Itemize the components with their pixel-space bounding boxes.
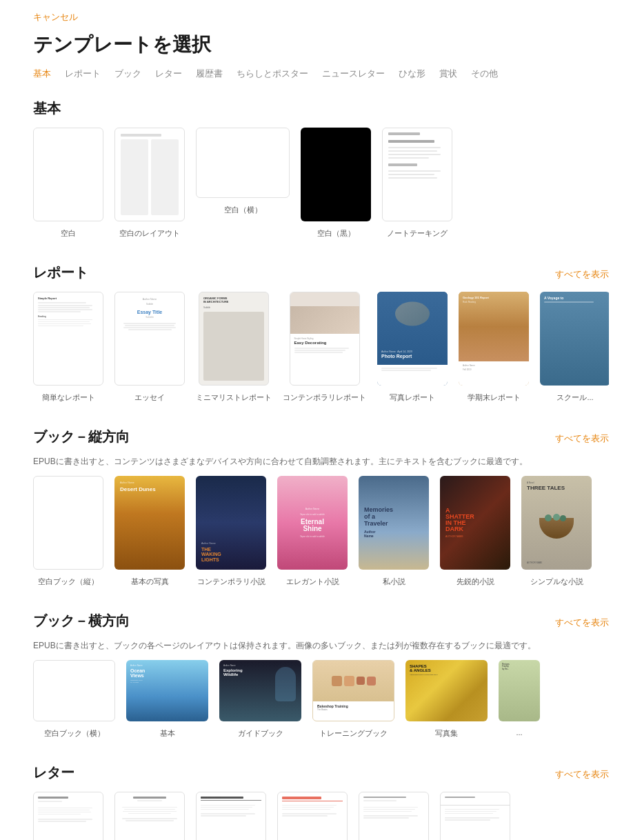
tab-hina[interactable]: ひな形: [399, 68, 425, 80]
template-blank[interactable]: 空白: [33, 128, 103, 239]
book-portrait-subtitle: EPUBに書き出すと、コンテンツはさまざまなデバイスや方向に合わせて自動調整され…: [33, 456, 609, 468]
book-landscape-templates-row: 空白ブック（横） Author Name OceanViews Highligh…: [33, 660, 609, 739]
report-templates-row: Simple Report Heading 簡単なレポート: [33, 292, 609, 403]
nav-tabs: 基本 レポート ブック レター 履歴書 ちらしとポスター ニュースレター ひな形…: [33, 68, 609, 80]
template-book-memories-label: 私小説: [383, 577, 405, 587]
book-landscape-subtitle: EPUBに書き出すと、ブックの各ページのレイアウトは保持されます。画像の多いブッ…: [33, 640, 609, 652]
template-blank-layout-label: 空白のレイアウト: [119, 228, 180, 239]
template-book-empty[interactable]: 空白ブック（縦）: [33, 476, 103, 587]
book-portrait-show-all[interactable]: すべてを表示: [555, 432, 609, 445]
template-essay-label: エッセイ: [134, 392, 165, 403]
template-photo-report[interactable]: Author Name · April 14, 2020 Photo Repor…: [377, 292, 448, 403]
template-photo-report-label: 写真レポート: [390, 392, 435, 403]
template-book-land-shapes-label: 写真集: [435, 728, 458, 739]
section-book-portrait-header: ブック－縦方向 すべてを表示: [33, 428, 609, 446]
template-book-land-recipe[interactable]: RecipesFranklyby Sa... ...: [499, 660, 540, 739]
template-letter-6[interactable]: [440, 792, 510, 840]
section-book-landscape-header: ブック－横方向 すべてを表示: [33, 612, 609, 630]
tab-newsletter[interactable]: ニュースレター: [322, 68, 385, 80]
template-voyage-report[interactable]: A Voyage to スクール...: [540, 292, 609, 403]
template-blank-yoko[interactable]: 空白（横）: [196, 128, 290, 239]
page-container: キャンセル テンプレートを選択 基本 レポート ブック レター 履歴書 ちらしと…: [0, 0, 642, 840]
book-landscape-show-all[interactable]: すべてを表示: [555, 617, 609, 629]
cancel-button[interactable]: キャンセル: [33, 11, 78, 23]
report-show-all[interactable]: すべてを表示: [555, 268, 609, 281]
template-letter-2[interactable]: [114, 792, 185, 840]
section-letter-title: レター: [33, 763, 74, 782]
basic-templates-row: 空白 空白のレイアウト 空白（: [33, 128, 609, 239]
section-book-landscape: ブック－横方向 すべてを表示 EPUBに書き出すと、ブックの各ページのレイアウト…: [33, 612, 609, 739]
template-book-land-shapes[interactable]: SHAPES& ANGLES ARCHITECTURAL PHOTOGRAPHY…: [405, 660, 488, 739]
section-basic: 基本 空白 空白のレイア: [33, 99, 609, 239]
section-report-header: レポート すべてを表示: [33, 263, 609, 282]
template-blank-black-label: 空白（黒）: [317, 228, 355, 239]
template-book-eternal-label: エレガント小説: [286, 577, 339, 587]
section-book-landscape-title: ブック－横方向: [33, 612, 130, 630]
template-letter-4[interactable]: [277, 792, 348, 840]
template-book-land-bakeshop-label: トレーニングブック: [319, 728, 388, 739]
template-blank-layout[interactable]: 空白のレイアウト: [114, 128, 185, 239]
tab-letter[interactable]: レター: [155, 68, 182, 80]
tab-flyer[interactable]: ちらしとポスター: [237, 68, 308, 80]
book-portrait-templates-row: 空白ブック（縦） Author Name Desert Dunes 基本の写真 …: [33, 476, 609, 587]
template-book-land-ocean[interactable]: Author Name OceanViews Highlights FromMy…: [126, 660, 208, 739]
template-blank-label: 空白: [61, 228, 76, 239]
tab-report[interactable]: レポート: [65, 68, 101, 80]
tab-basic[interactable]: 基本: [33, 68, 51, 80]
template-book-land-wildlife-label: ガイドブック: [238, 728, 283, 739]
template-book-shatter[interactable]: ASHATTERIN THEDARK AUTHOR NAME 先鋭的小説: [440, 476, 510, 587]
template-book-land-empty-label: 空白ブック（横）: [44, 728, 105, 739]
section-report-title: レポート: [33, 263, 88, 282]
template-geology-report-label: 学期末レポート: [468, 392, 521, 403]
template-geology-report[interactable]: Geology 101 Report Rock Reading Author N…: [459, 292, 529, 403]
letter-templates-row: SENDER NAME: [33, 792, 609, 840]
template-book-waking-label: コンテンポラリ小説: [197, 577, 265, 587]
template-book-empty-label: 空白ブック（縦）: [38, 577, 99, 587]
template-book-land-wildlife[interactable]: Author Name ExploringWildlife ガイドブック: [219, 660, 301, 739]
template-book-land-recipe-label: ...: [516, 728, 522, 737]
template-book-desert-label: 基本の写真: [131, 577, 169, 587]
template-blank-yoko-label: 空白（横）: [224, 205, 262, 215]
template-book-land-ocean-label: 基本: [160, 728, 175, 739]
template-essay[interactable]: Author Name Subtitle Essay Title Subtitl…: [114, 292, 185, 403]
template-book-shatter-label: 先鋭的小説: [457, 577, 494, 587]
template-book-three-tales-label: シンプルな小説: [530, 577, 583, 587]
template-blank-black[interactable]: 空白（黒）: [301, 128, 371, 239]
section-letter: レター すべてを表示: [33, 763, 609, 840]
template-letter-1[interactable]: [33, 792, 103, 840]
template-book-eternal[interactable]: Author Name Tapez clici to add a subtitl…: [277, 476, 348, 587]
letter-show-all[interactable]: すべてを表示: [555, 768, 609, 781]
template-contemporary-report-label: コンテンポラリレポート: [283, 392, 366, 403]
section-basic-title: 基本: [33, 99, 61, 118]
section-report: レポート すべてを表示 Simple Report Heading: [33, 263, 609, 403]
tab-book[interactable]: ブック: [114, 68, 141, 80]
template-book-waking[interactable]: Author Name THEWAKINGLIGHTS コンテンポラリ小説: [196, 476, 266, 587]
template-contemporary-report[interactable]: Simple Home Styling Easy Decorating コンテン…: [283, 292, 366, 403]
section-basic-header: 基本: [33, 99, 609, 118]
template-book-memories[interactable]: Memoriesof aTraveler AuthorName 私小説: [359, 476, 429, 587]
tab-other[interactable]: その他: [471, 68, 498, 80]
template-book-land-empty[interactable]: 空白ブック（横）: [33, 660, 115, 739]
template-minimal-report-label: ミニマリストレポート: [196, 392, 272, 403]
template-note-taking[interactable]: ノートテーキング: [382, 128, 452, 239]
template-voyage-report-label: スクール...: [556, 392, 593, 403]
tab-award[interactable]: 賞状: [439, 68, 457, 80]
tab-resume[interactable]: 履歴書: [196, 68, 223, 80]
template-simple-report-label: 簡単なレポート: [42, 392, 95, 403]
template-note-taking-label: ノートテーキング: [387, 228, 448, 239]
template-book-land-bakeshop[interactable]: Bakeshop Training The Basics トレーニングブック: [312, 660, 394, 739]
section-book-portrait-title: ブック－縦方向: [33, 428, 130, 446]
template-minimal-report[interactable]: ORGANIC FORMSIN ARCHITECTURE Subtitle ミニ…: [196, 292, 272, 403]
template-letter-3[interactable]: SENDER NAME: [196, 792, 266, 840]
template-book-desert[interactable]: Author Name Desert Dunes 基本の写真: [114, 476, 185, 587]
template-book-three-tales[interactable]: A Novel THREE TALES AUTHOR NAME: [521, 476, 592, 587]
section-letter-header: レター すべてを表示: [33, 763, 609, 782]
section-book-portrait: ブック－縦方向 すべてを表示 EPUBに書き出すと、コンテンツはさまざまなデバイ…: [33, 428, 609, 587]
page-title: テンプレートを選択: [33, 32, 609, 58]
template-simple-report[interactable]: Simple Report Heading 簡単なレポート: [33, 292, 103, 403]
template-letter-5[interactable]: [359, 792, 429, 840]
